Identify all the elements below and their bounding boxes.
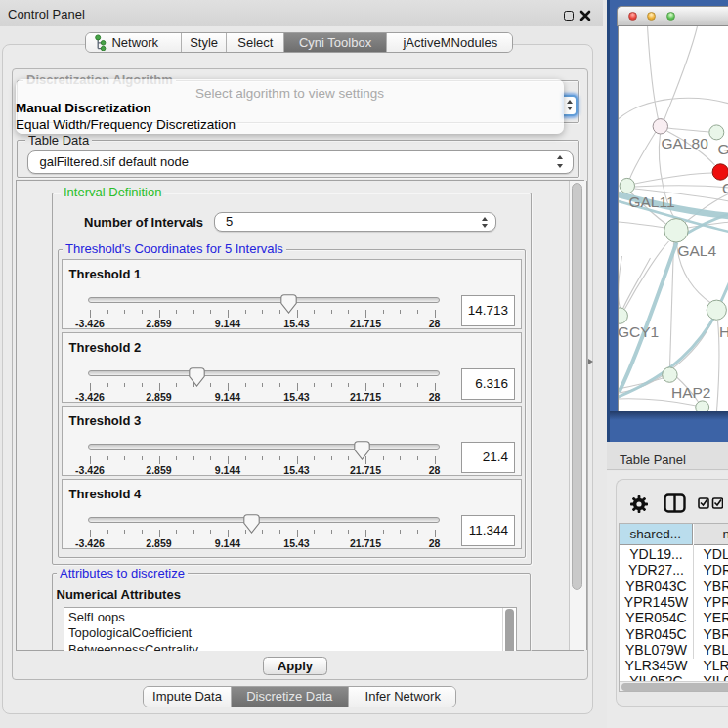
svg-text:CD: CD [722, 180, 728, 196]
svg-text:GAL4: GAL4 [677, 242, 716, 259]
svg-text:HA: HA [719, 323, 728, 340]
svg-text:HAP2: HAP2 [671, 384, 711, 401]
svg-text:GCY1: GCY1 [619, 323, 659, 340]
svg-text:GAL11: GAL11 [628, 193, 674, 210]
svg-text:GAL1: GAL1 [718, 141, 728, 157]
svg-text:GAL80: GAL80 [662, 135, 709, 151]
